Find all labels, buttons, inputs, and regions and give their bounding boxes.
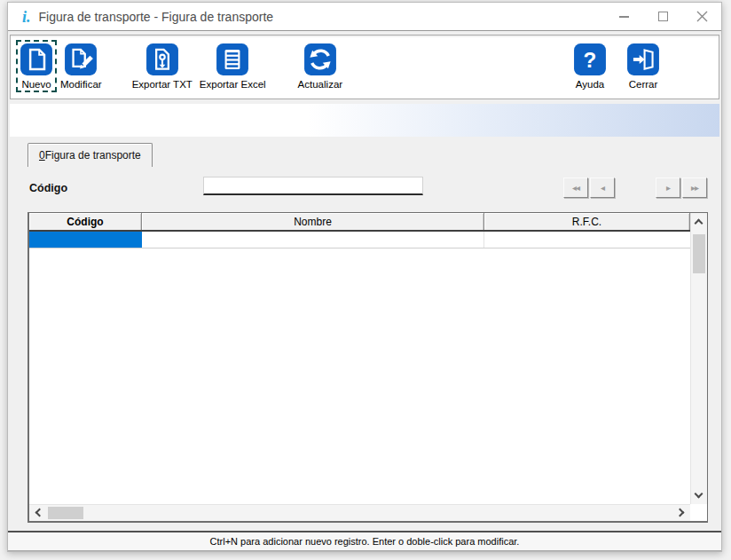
window-title: Figura de transporte - Figura de transpo… bbox=[39, 10, 274, 24]
scroll-up-icon[interactable] bbox=[695, 219, 703, 228]
exportar-excel-label: Exportar Excel bbox=[200, 79, 266, 90]
modificar-label: Modificar bbox=[60, 79, 102, 90]
app-window: i. Figura de transporte - Figura de tran… bbox=[7, 2, 722, 552]
title-bar: i. Figura de transporte - Figura de tran… bbox=[8, 3, 721, 31]
record-nav-left: ◂◂ ◂ bbox=[563, 177, 615, 198]
horizontal-scrollbar[interactable] bbox=[29, 504, 690, 521]
minimize-icon bbox=[619, 16, 629, 18]
close-button[interactable] bbox=[682, 3, 721, 30]
tab-figura-de-transporte[interactable]: 0 Figura de transporte bbox=[28, 143, 153, 167]
cerrar-button[interactable]: Cerrar bbox=[623, 40, 664, 92]
minimize-button[interactable] bbox=[604, 3, 643, 30]
column-header-codigo[interactable]: Código bbox=[29, 213, 142, 230]
table-row[interactable] bbox=[29, 232, 690, 248]
nav-next-button[interactable]: ▸ bbox=[656, 177, 680, 198]
nav-first-button[interactable]: ◂◂ bbox=[563, 177, 588, 198]
vertical-scrollbar-thumb[interactable] bbox=[693, 234, 705, 273]
codigo-input[interactable] bbox=[203, 177, 423, 195]
nav-previous-button[interactable]: ◂ bbox=[590, 177, 615, 198]
exportar-excel-button[interactable]: Exportar Excel bbox=[196, 40, 270, 92]
nuevo-label: Nuevo bbox=[21, 79, 51, 90]
nuevo-button[interactable]: Nuevo bbox=[16, 40, 57, 92]
export-excel-icon bbox=[216, 43, 249, 76]
svg-text:?: ? bbox=[584, 48, 597, 72]
exportar-txt-label: Exportar TXT bbox=[132, 79, 193, 90]
info-gradient-bar bbox=[10, 104, 719, 137]
cell-rfc[interactable] bbox=[484, 232, 690, 248]
cell-codigo-selected[interactable] bbox=[29, 232, 142, 248]
exit-icon bbox=[626, 43, 660, 76]
modificar-button[interactable]: Modificar bbox=[57, 40, 106, 92]
vertical-scrollbar[interactable] bbox=[690, 213, 707, 504]
status-text: Ctrl+N para adicionar nuevo registro. En… bbox=[210, 536, 520, 547]
app-logo-icon: i. bbox=[22, 9, 31, 25]
refresh-icon bbox=[303, 43, 337, 76]
window-controls bbox=[604, 3, 721, 30]
scroll-left-icon[interactable] bbox=[35, 509, 44, 517]
record-nav-right: ▸ ▸▸ bbox=[656, 177, 707, 198]
actualizar-button[interactable]: Actualizar bbox=[295, 40, 347, 92]
new-document-icon bbox=[20, 43, 53, 76]
tab-accelerator: 0 bbox=[39, 149, 45, 162]
ayuda-button[interactable]: ? Ayuda bbox=[570, 40, 610, 92]
edit-document-icon bbox=[64, 43, 98, 76]
grid-header-row: Código Nombre R.F.C. bbox=[29, 213, 690, 232]
close-icon bbox=[696, 11, 708, 22]
records-grid: Código Nombre R.F.C. bbox=[28, 212, 708, 523]
scroll-right-icon[interactable] bbox=[676, 509, 685, 517]
codigo-label: Código bbox=[29, 182, 67, 194]
maximize-icon bbox=[658, 12, 668, 21]
maximize-button[interactable] bbox=[643, 3, 682, 30]
column-header-rfc[interactable]: R.F.C. bbox=[484, 213, 690, 230]
scroll-down-icon[interactable] bbox=[695, 490, 703, 499]
actualizar-label: Actualizar bbox=[298, 79, 343, 90]
exportar-txt-button[interactable]: Exportar TXT bbox=[129, 40, 196, 92]
column-header-nombre[interactable]: Nombre bbox=[142, 213, 484, 230]
ayuda-label: Ayuda bbox=[576, 79, 604, 90]
tab-label: Figura de transporte bbox=[45, 149, 141, 162]
horizontal-scrollbar-thumb[interactable] bbox=[48, 507, 83, 519]
cell-nombre[interactable] bbox=[142, 232, 484, 248]
status-bar: Ctrl+N para adicionar nuevo registro. En… bbox=[8, 531, 721, 551]
nav-last-button[interactable]: ▸▸ bbox=[682, 177, 707, 198]
help-icon: ? bbox=[573, 43, 607, 76]
cerrar-label: Cerrar bbox=[629, 79, 658, 90]
toolbar: Nuevo Modificar Exportar T bbox=[10, 35, 719, 99]
export-txt-icon bbox=[145, 43, 179, 76]
